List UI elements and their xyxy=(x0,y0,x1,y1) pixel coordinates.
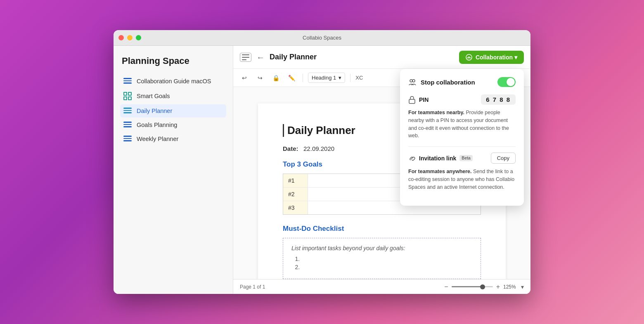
sidebar-item-daily-planner[interactable]: Daily Planner xyxy=(120,104,226,117)
lock-format-button[interactable]: 🔒 xyxy=(270,72,282,84)
sidebar-item-label: Collaboration Guide macOS xyxy=(137,78,211,85)
date-label: Date: xyxy=(283,145,298,152)
link-icon xyxy=(408,155,416,162)
goal-label-1: #1 xyxy=(283,174,308,187)
checklist-item-2 xyxy=(301,264,472,270)
copy-link-button[interactable]: Copy xyxy=(491,153,516,164)
sidebar-toggle-button[interactable] xyxy=(240,53,251,62)
stop-collab-toggle[interactable] xyxy=(497,77,516,87)
lines-icon xyxy=(123,122,132,128)
minimize-button[interactable] xyxy=(127,35,133,40)
collab-popup-title: Stop collaboration xyxy=(421,79,475,86)
collab-popup-header: Stop collaboration xyxy=(408,77,516,87)
sidebar-title: Planning Space xyxy=(120,56,226,66)
link-label: Invitation link xyxy=(419,155,456,162)
highlight-button[interactable]: ✏️ xyxy=(285,72,298,84)
heading-select[interactable]: Heading 1 ▾ xyxy=(308,73,345,83)
svg-point-1 xyxy=(469,58,469,59)
zoom-dropdown-button[interactable]: ▾ xyxy=(521,284,524,290)
toggle-knob xyxy=(507,78,515,86)
toolbar-separator2 xyxy=(350,74,350,82)
sidebar-item-label: Weekly Planner xyxy=(137,136,178,142)
link-row: Invitation link Beta Copy xyxy=(408,153,516,164)
link-description: For teammates anywhere. Send the link to… xyxy=(408,168,516,191)
checklist-box[interactable]: List important tasks beyond your daily g… xyxy=(283,238,481,279)
svg-point-3 xyxy=(412,80,415,82)
collab-popup-title-row: Stop collaboration xyxy=(408,78,475,86)
heading-select-label: Heading 1 xyxy=(312,75,336,81)
collaboration-button[interactable]: Collaboration ▾ xyxy=(459,51,524,64)
grid-icon xyxy=(123,92,132,100)
collab-btn-label: Collaboration ▾ xyxy=(476,54,517,61)
window-controls xyxy=(118,35,141,40)
link-desc-strong: For teammates anywhere. xyxy=(408,169,472,174)
lock-icon xyxy=(408,96,416,104)
toolbar-extra: XC xyxy=(355,75,363,81)
window-title: Collabio Spaces xyxy=(303,35,341,41)
svg-rect-4 xyxy=(409,99,415,103)
lines-icon xyxy=(123,78,132,85)
main-header: ← Daily Planner Collaboration ▾ xyxy=(233,46,530,69)
sidebar-item-label: Smart Goals xyxy=(137,93,170,99)
checklist-list xyxy=(291,256,472,270)
beta-badge: Beta xyxy=(459,155,473,161)
date-value: 22.09.2020 xyxy=(303,145,334,152)
sidebar-item-label: Goals Planning xyxy=(137,122,177,128)
popup-divider xyxy=(408,146,516,147)
pin-desc-strong: For teammates nearby. xyxy=(408,110,464,115)
sidebar-item-goals-planning[interactable]: Goals Planning xyxy=(120,118,226,131)
collab-popup: Stop collaboration PIN 6 7 8 8 For tea xyxy=(400,69,524,206)
checklist-item-1 xyxy=(301,256,472,262)
content-area: Planning Space Collaboration Guide macOS… xyxy=(114,46,530,294)
zoom-controls: − + 125% ▾ xyxy=(444,283,524,291)
zoom-out-button[interactable]: − xyxy=(444,283,448,291)
fullscreen-button[interactable] xyxy=(136,35,141,40)
toolbar-separator xyxy=(303,74,303,82)
sidebar-item-label: Daily Planner xyxy=(137,108,172,114)
checklist-desc: List important tasks beyond your daily g… xyxy=(291,245,472,251)
titlebar: Collabio Spaces xyxy=(114,30,530,46)
svg-point-2 xyxy=(410,80,412,82)
sidebar-item-weekly-planner[interactable]: Weekly Planner xyxy=(120,132,226,146)
lines-icon xyxy=(123,136,132,142)
sidebar-item-collab-guide[interactable]: Collaboration Guide macOS xyxy=(120,75,226,88)
redo-button[interactable]: ↪ xyxy=(254,72,266,84)
undo-button[interactable]: ↩ xyxy=(238,72,251,84)
zoom-in-button[interactable]: + xyxy=(496,283,500,291)
sidebar-item-smart-goals[interactable]: Smart Goals xyxy=(120,89,226,103)
app-window: Collabio Spaces Planning Space Collabora… xyxy=(114,30,530,294)
lines-icon xyxy=(123,108,132,114)
wifi-icon xyxy=(466,54,472,61)
zoom-handle xyxy=(480,284,485,289)
zoom-percentage: 125% xyxy=(503,284,518,290)
page-info: Page 1 of 1 xyxy=(240,284,265,290)
main-area: ← Daily Planner Collaboration ▾ ↩ ↪ 🔒 xyxy=(233,46,530,294)
status-bar: Page 1 of 1 − + 125% ▾ xyxy=(233,279,530,294)
pin-row: PIN 6 7 8 8 xyxy=(408,94,516,105)
doc-title: Daily Planner xyxy=(270,53,454,61)
zoom-slider-fill xyxy=(452,286,483,287)
collaboration-icon xyxy=(408,78,417,86)
close-button[interactable] xyxy=(118,35,124,40)
sidebar: Planning Space Collaboration Guide macOS… xyxy=(114,46,233,294)
checklist-heading: Must-Do Checklist xyxy=(283,225,481,233)
goal-label-3: #3 xyxy=(283,201,308,214)
pin-label: PIN xyxy=(419,96,478,103)
pin-description: For teammates nearby. Provide people nea… xyxy=(408,109,516,140)
zoom-slider[interactable] xyxy=(452,286,493,287)
goal-label-2: #2 xyxy=(283,188,308,201)
chevron-down-icon: ▾ xyxy=(339,75,341,81)
pin-value: 6 7 8 8 xyxy=(481,94,516,105)
back-button[interactable]: ← xyxy=(256,53,265,61)
